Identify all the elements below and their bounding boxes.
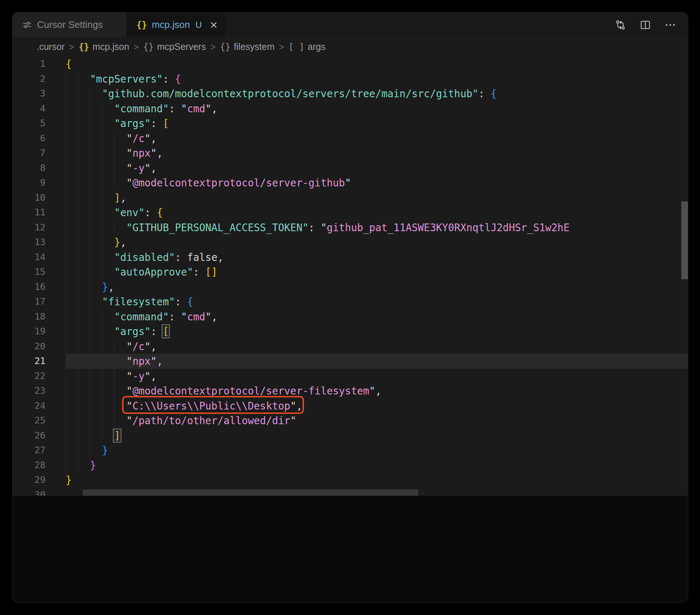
breadcrumb-item-cursor[interactable]: .cursor [37, 41, 65, 52]
line-number: 19 [12, 324, 66, 339]
code-text[interactable]: "autoApprove": [] [66, 265, 688, 280]
code-token: , [157, 147, 163, 159]
code-text[interactable]: "GITHUB_PERSONAL_ACCESS_TOKEN": "github_… [66, 220, 688, 235]
indent-guide [114, 146, 114, 161]
code-text[interactable]: "npx", [66, 354, 688, 369]
indent-guide [66, 383, 66, 399]
line-number: 23 [12, 383, 66, 399]
tab-mcp-json[interactable]: {} mcp.json U [127, 12, 225, 37]
code-token: : [169, 311, 181, 323]
code-line: 14 "disabled": false, [12, 250, 688, 265]
code-token: } [102, 444, 108, 456]
code-token: " [345, 177, 351, 189]
more-actions-icon[interactable] [664, 19, 676, 31]
code-token: { [175, 73, 181, 85]
line-number: 3 [12, 86, 66, 101]
code-text[interactable]: "command": "cmd", [66, 101, 688, 116]
code-text[interactable]: }, [66, 235, 688, 250]
code-token: : [163, 73, 175, 85]
code-token: { [491, 88, 497, 99]
breadcrumb-item-mcpServers[interactable]: {}mcpServers [143, 41, 206, 52]
code-token: } [102, 281, 108, 293]
indent-guide [114, 354, 114, 369]
indent-guide [78, 294, 78, 309]
indent-guide [102, 146, 102, 161]
code-token: /c [132, 132, 144, 144]
breadcrumb-item-args[interactable]: [ ]args [289, 41, 326, 52]
code-token: " [127, 400, 133, 412]
code-token: false [187, 251, 217, 263]
code-text[interactable]: } [66, 473, 688, 488]
vertical-scrollbar-thumb[interactable] [681, 201, 688, 279]
code-text[interactable]: }, [66, 280, 688, 295]
breadcrumb-separator: > [279, 42, 284, 52]
code-token: cmd [187, 311, 205, 323]
code-token: "args" [114, 325, 150, 337]
split-editor-icon[interactable] [639, 19, 651, 31]
code-text[interactable]: "npx", [66, 146, 688, 161]
code-text[interactable]: "github.com/modelcontextprotocol/servers… [66, 86, 688, 101]
code-token: : [175, 296, 187, 308]
breadcrumb-item-mcpjson[interactable]: {}mcp.json [78, 41, 129, 52]
horizontal-scrollbar-thumb[interactable] [83, 490, 418, 496]
indent-guide [66, 220, 66, 235]
code-token: C:\\Users\\Public\\Desktop [132, 400, 290, 412]
code-text[interactable]: } [66, 458, 688, 473]
code-token: { [187, 296, 193, 308]
code-token: " [369, 385, 375, 397]
code-text[interactable]: ], [66, 190, 688, 205]
code-token: [ [163, 325, 169, 337]
code-text[interactable]: "-y", [66, 369, 688, 384]
code-text[interactable]: "mcpServers": { [66, 72, 688, 87]
indent-guide [66, 443, 66, 458]
indent-guide [78, 428, 78, 443]
code-token: { [66, 58, 72, 70]
code-text[interactable]: "/c", [66, 131, 688, 146]
indent-guide [90, 205, 90, 220]
indent-guide [114, 175, 114, 190]
breadcrumb-item-filesystem[interactable]: {}filesystem [220, 41, 275, 52]
code-token: , [151, 341, 157, 352]
line-number: 7 [12, 146, 66, 161]
line-number: 28 [12, 458, 66, 473]
close-icon[interactable] [209, 21, 218, 29]
code-token: " [205, 103, 212, 114]
indent-guide [66, 399, 66, 414]
code-line: 18 "command": "cmd", [12, 309, 688, 324]
tab-cursor-settings[interactable]: Cursor Settings [12, 12, 127, 37]
code-line: 2 "mcpServers": { [12, 72, 688, 87]
code-text[interactable]: "command": "cmd", [66, 309, 688, 324]
indent-guide [66, 116, 66, 131]
indent-guide [90, 354, 90, 369]
code-token: "filesystem" [102, 296, 175, 308]
code-text[interactable]: ] [66, 428, 688, 443]
code-token: , [296, 400, 303, 412]
line-number: 13 [12, 235, 66, 250]
code-token: " [151, 355, 157, 367]
line-number: 16 [12, 280, 66, 295]
code-line: 5 "args": [ [12, 116, 688, 131]
indent-guide [114, 220, 114, 235]
code-text[interactable]: { [66, 57, 688, 72]
code-text[interactable]: "C:\\Users\\Public\\Desktop", [66, 399, 688, 414]
indent-guide [90, 101, 90, 116]
code-text[interactable]: "disabled": false, [66, 250, 688, 265]
code-editor[interactable]: 1{2 "mcpServers": {3 "github.com/modelco… [12, 57, 688, 496]
indent-guide [102, 161, 102, 176]
code-text[interactable]: "filesystem": { [66, 294, 688, 309]
breadcrumb-separator: > [210, 42, 216, 52]
code-text[interactable]: } [66, 443, 688, 458]
code-text[interactable]: "@modelcontextprotocol/server-github" [66, 175, 688, 190]
code-text[interactable]: "-y", [66, 161, 688, 176]
code-text[interactable]: "/c", [66, 339, 688, 354]
code-token: , [120, 192, 127, 204]
code-token: : [175, 251, 187, 263]
indent-guide [102, 369, 102, 384]
line-number: 15 [12, 265, 66, 280]
code-text[interactable]: "@modelcontextprotocol/server-filesystem… [66, 383, 688, 399]
code-text[interactable]: "args": [ [66, 116, 688, 131]
code-text[interactable]: "env": { [66, 205, 688, 220]
code-text[interactable]: "/path/to/other/allowed/dir" [66, 413, 688, 428]
compare-changes-icon[interactable] [615, 19, 626, 31]
code-text[interactable]: "args": [ [66, 324, 688, 339]
